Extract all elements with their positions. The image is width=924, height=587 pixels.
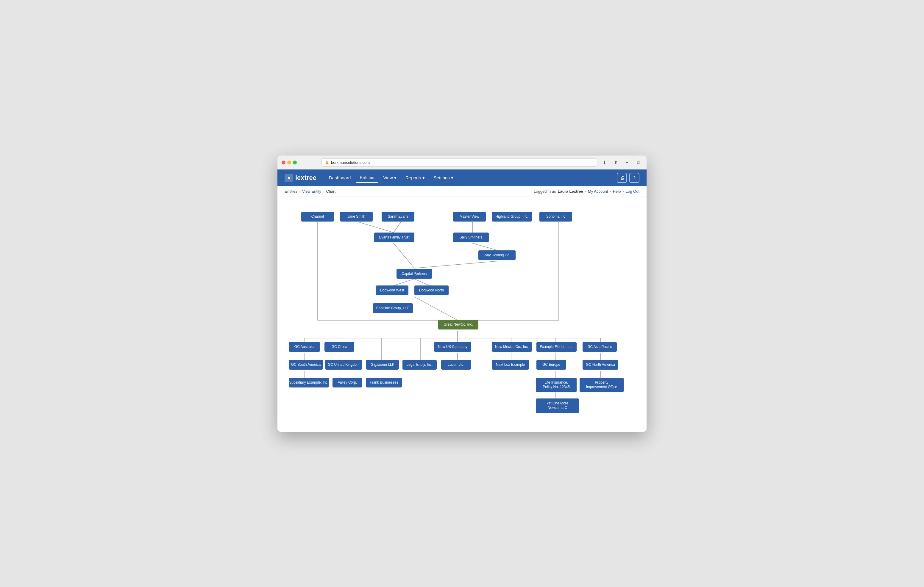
new-tab-button[interactable]: + xyxy=(623,158,631,167)
logo-icon: ▦ xyxy=(285,174,293,182)
address-bar[interactable]: 🔒 berkmansolutions.com xyxy=(321,158,597,166)
svg-line-2 xyxy=(394,243,414,268)
node-charriot[interactable]: Charriot xyxy=(301,212,334,222)
close-dot[interactable] xyxy=(282,161,285,164)
breadcrumb-sep2: › xyxy=(323,189,324,194)
browser-nav: ‹ › xyxy=(300,158,318,167)
node-gc-south-america[interactable]: GC South America xyxy=(289,360,323,370)
chart-area: Charriot Jane Smith Sarah Evans Master V… xyxy=(277,197,647,432)
nav-entities[interactable]: Entities xyxy=(356,173,378,183)
node-sally-smithers[interactable]: Sally Smithers xyxy=(453,233,489,243)
svg-line-4 xyxy=(472,243,498,250)
node-dogwood-west[interactable]: Dogwood West xyxy=(376,286,408,296)
share-button[interactable]: ⬆ xyxy=(611,158,620,167)
browser-actions: ⬇ ⬆ + ⧉ xyxy=(600,158,642,167)
node-yet-one-more[interactable]: Yet One More Newco, LLC xyxy=(536,398,579,413)
print-button[interactable]: 🖨 xyxy=(617,173,627,183)
svg-line-9 xyxy=(414,297,457,320)
minimize-dot[interactable] xyxy=(287,161,291,164)
url-text: berkmansolutions.com xyxy=(331,160,370,165)
logged-in-text: Logged in as xyxy=(534,189,556,194)
breadcrumb: Entities › View Entity › Chart xyxy=(285,189,335,194)
node-sarah-evans[interactable]: Sarah Evans xyxy=(382,212,414,222)
node-any-holding-co[interactable]: Any Holding Co xyxy=(478,250,516,260)
node-highland-group[interactable]: Highland Group, Inc. xyxy=(492,212,532,222)
node-next-lux-example[interactable]: Next Lux Example xyxy=(492,360,529,370)
my-account-link[interactable]: My Account xyxy=(588,189,608,194)
svg-line-0 xyxy=(358,222,394,233)
node-gc-australia[interactable]: GC Australia xyxy=(289,342,320,352)
download-button[interactable]: ⬇ xyxy=(600,158,609,167)
maximize-dot[interactable] xyxy=(293,161,297,164)
chart-container: Charriot Jane Smith Sarah Evans Master V… xyxy=(286,203,638,423)
breadcrumb-bar: Entities › View Entity › Chart Logged in… xyxy=(277,186,647,197)
copy-button[interactable]: ⧉ xyxy=(634,158,642,167)
node-gc-europe[interactable]: GC Europe xyxy=(536,360,566,370)
breadcrumb-entities[interactable]: Entities xyxy=(285,189,297,194)
node-subsidiary-example[interactable]: Subsidiary Example, Inc. xyxy=(289,378,329,388)
logout-link[interactable]: Log Out xyxy=(626,189,639,194)
node-master-view[interactable]: Master View xyxy=(453,212,486,222)
node-great-newco[interactable]: Great NewCo, Inc. xyxy=(438,320,478,330)
svg-line-6 xyxy=(392,279,414,286)
breadcrumb-chart: Chart xyxy=(326,189,335,194)
node-frank-businesses[interactable]: Frank Businesses xyxy=(366,378,402,388)
node-valley-corp[interactable]: Valley Corp. xyxy=(333,378,362,388)
app-logo: ▦ lextree xyxy=(285,174,317,182)
node-gigazoom-llp[interactable]: Gigazoom LLP xyxy=(366,360,399,370)
user-info: Logged in as Laura Lextree - My Account … xyxy=(534,189,639,194)
help-button[interactable]: ? xyxy=(629,173,639,183)
node-legal-entity-inc[interactable]: Legal Entity, Inc. xyxy=(403,360,437,370)
svg-line-7 xyxy=(414,279,431,286)
breadcrumb-view-entity[interactable]: View Entity xyxy=(302,189,321,194)
svg-line-1 xyxy=(394,222,401,233)
forward-button[interactable]: › xyxy=(310,158,318,167)
nav-menu: Dashboard Entities View ▾ Reports ▾ Sett… xyxy=(325,173,608,183)
node-property-improvement[interactable]: Property Improvement Office xyxy=(579,378,624,392)
logo-text: lextree xyxy=(295,174,317,182)
node-new-mexico-co[interactable]: New Mexico Co., Inc. xyxy=(492,342,532,352)
user-name: Laura Lextree xyxy=(558,189,583,194)
node-new-uk-company[interactable]: New UK Company xyxy=(434,342,471,352)
separator: - xyxy=(585,189,586,194)
header-icons: 🖨 ? xyxy=(617,173,639,183)
browser-window: ‹ › 🔒 berkmansolutions.com ⬇ ⬆ + ⧉ ▦ lex… xyxy=(277,156,647,432)
app-header: ▦ lextree Dashboard Entities View ▾ Repo… xyxy=(277,169,647,186)
node-capital-partners[interactable]: Capital Partners xyxy=(396,269,432,279)
node-life-insurance[interactable]: Life Insurance, Policy No. 12345 xyxy=(536,378,577,392)
node-dogwood-north[interactable]: Dogwood North xyxy=(414,286,449,296)
svg-line-5 xyxy=(414,261,498,268)
nav-settings[interactable]: Settings ▾ xyxy=(430,173,457,183)
sep3: - xyxy=(622,189,624,194)
node-gc-asia-pacific[interactable]: GC Asia Pacific xyxy=(582,342,617,352)
nav-dashboard[interactable]: Dashboard xyxy=(325,173,354,183)
browser-chrome: ‹ › 🔒 berkmansolutions.com ⬇ ⬆ + ⧉ xyxy=(277,156,647,169)
node-example-florida[interactable]: Example Florida, Inc. xyxy=(536,342,577,352)
sep2: - xyxy=(610,189,611,194)
nav-view[interactable]: View ▾ xyxy=(380,173,400,183)
node-gc-united-kingdom[interactable]: GC United Kingdom xyxy=(325,360,362,370)
node-baseline-group[interactable]: Baseline Group, LLC xyxy=(373,303,413,313)
help-link[interactable]: Help xyxy=(613,189,621,194)
node-evans-family-trust[interactable]: Evans Family Trust xyxy=(374,233,414,243)
back-button[interactable]: ‹ xyxy=(300,158,308,167)
browser-dots xyxy=(282,161,297,164)
node-jane-smith[interactable]: Jane Smith xyxy=(340,212,373,222)
lock-icon: 🔒 xyxy=(325,161,329,164)
breadcrumb-sep1: › xyxy=(299,189,300,194)
node-sonoma-inc[interactable]: Sonoma Inc xyxy=(540,212,572,222)
node-gc-china[interactable]: GC China xyxy=(325,342,354,352)
node-gc-north-america[interactable]: GC North America xyxy=(582,360,618,370)
node-lucor-ltd[interactable]: Lucor, Ltd. xyxy=(441,360,471,370)
nav-reports[interactable]: Reports ▾ xyxy=(402,173,428,183)
